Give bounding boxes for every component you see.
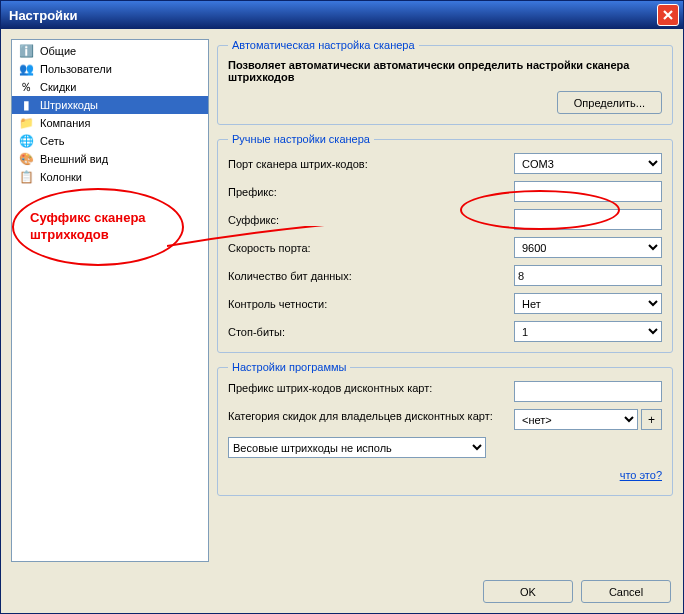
suffix-label: Суффикс: [228,214,514,226]
dc-prefix-label: Префикс штрих-кодов дисконтных карт: [228,381,514,396]
dc-cat-label: Категория скидок для владельцев дисконтн… [228,409,514,424]
prefix-label: Префикс: [228,186,514,198]
program-config-legend: Настройки программы [228,361,350,373]
sidebar: ℹ️ Общие 👥 Пользователи ％ Скидки ▮ Штрих… [11,39,209,562]
sidebar-item-label: Пользователи [40,63,112,75]
suffix-input[interactable] [514,209,662,230]
window-title: Настройки [9,8,657,23]
bits-input[interactable] [514,265,662,286]
sidebar-item-appearance[interactable]: 🎨 Внешний вид [12,150,208,168]
stop-label: Стоп-биты: [228,326,514,338]
info-icon: ℹ️ [18,43,34,59]
add-category-button[interactable]: + [641,409,662,430]
weight-barcode-select[interactable]: Весовые штрихкоды не исполь [228,437,486,458]
auto-config-legend: Автоматическая настройка сканера [228,39,419,51]
parity-label: Контроль четности: [228,298,514,310]
sidebar-item-label: Внешний вид [40,153,108,165]
titlebar: Настройки [1,1,683,29]
globe-icon: 🌐 [18,133,34,149]
ok-button[interactable]: OK [483,580,573,603]
detect-button[interactable]: Определить... [557,91,662,114]
sidebar-item-general[interactable]: ℹ️ Общие [12,42,208,60]
close-button[interactable] [657,4,679,26]
speed-label: Скорость порта: [228,242,514,254]
stop-select[interactable]: 1 [514,321,662,342]
bits-label: Количество бит данных: [228,270,514,282]
sidebar-item-label: Сеть [40,135,64,147]
dialog-footer: OK Cancel [1,572,683,613]
sidebar-item-discounts[interactable]: ％ Скидки [12,78,208,96]
main-panel: Автоматическая настройка сканера Позволя… [217,39,673,562]
dc-cat-select[interactable]: <нет> [514,409,638,430]
columns-icon: 📋 [18,169,34,185]
sidebar-item-label: Общие [40,45,76,57]
prefix-input[interactable] [514,181,662,202]
port-select[interactable]: COM3 [514,153,662,174]
sidebar-item-label: Штрихкоды [40,99,98,111]
dc-prefix-input[interactable] [514,381,662,402]
sidebar-item-company[interactable]: 📁 Компания [12,114,208,132]
sidebar-item-label: Компания [40,117,90,129]
sidebar-item-network[interactable]: 🌐 Сеть [12,132,208,150]
barcode-icon: ▮ [18,97,34,113]
users-icon: 👥 [18,61,34,77]
whatis-link[interactable]: что это? [620,469,662,481]
cancel-button[interactable]: Cancel [581,580,671,603]
parity-select[interactable]: Нет [514,293,662,314]
sidebar-item-users[interactable]: 👥 Пользователи [12,60,208,78]
speed-select[interactable]: 9600 [514,237,662,258]
percent-icon: ％ [18,79,34,95]
settings-window: Настройки ℹ️ Общие 👥 Пользователи ％ Скид… [0,0,684,614]
sidebar-item-barcodes[interactable]: ▮ Штрихкоды [12,96,208,114]
manual-config-legend: Ручные настройки сканера [228,133,374,145]
sidebar-item-label: Колонки [40,171,82,183]
program-config-group: Настройки программы Префикс штрих-кодов … [217,361,673,496]
auto-config-desc: Позволяет автоматически автоматически оп… [228,59,662,83]
content-area: ℹ️ Общие 👥 Пользователи ％ Скидки ▮ Штрих… [1,29,683,572]
palette-icon: 🎨 [18,151,34,167]
manual-config-group: Ручные настройки сканера Порт сканера шт… [217,133,673,353]
folder-icon: 📁 [18,115,34,131]
port-label: Порт сканера штрих-кодов: [228,158,514,170]
auto-config-group: Автоматическая настройка сканера Позволя… [217,39,673,125]
sidebar-item-columns[interactable]: 📋 Колонки [12,168,208,186]
sidebar-item-label: Скидки [40,81,76,93]
